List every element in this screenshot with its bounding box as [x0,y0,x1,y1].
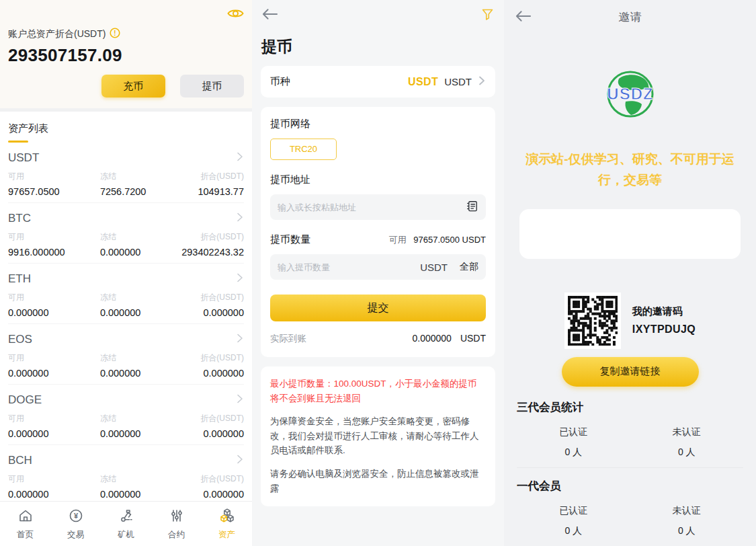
app-root: 账户总资产折合(USDT) ! 293507157.09 充币 提币 资产列表 … [0,0,756,546]
chevron-right-icon [478,75,486,89]
chevron-right-icon [236,212,244,225]
member-stats: 三代会员统计 已认证 0 人 未认证 0 人 一代会员 [517,400,743,546]
invite-code-label: 我的邀请码 [632,305,696,318]
converted-label: 折合(USDT) [169,413,244,424]
paste-icon[interactable] [466,200,478,215]
total-assets-label: 账户总资产折合(USDT) [8,28,106,40]
unverified-label: 未认证 [630,426,744,438]
frozen-value: 0.000000 [100,247,169,258]
stats-section-title: 一代会员 [517,479,743,494]
available-value: 9916.000000 [8,247,100,258]
svg-text:USDZ: USDZ [607,85,653,103]
svg-text:¥: ¥ [73,512,78,520]
available-value: 0.000000 [8,368,100,379]
invite-panel: 邀请 USDZ 演示站-仅供学习、研究、不可用于运行，交易等 我的邀请码 IXY… [504,0,756,546]
asset-row[interactable]: USDT 可用97657.0500 冻结7256.7200 折合(USDT)10… [8,143,244,203]
frozen-value: 7256.7200 [100,186,169,197]
asset-symbol: DOGE [8,393,42,407]
available-value: 0.000000 [8,489,100,500]
deposit-button[interactable]: 充币 [101,75,165,98]
asset-list-tab[interactable]: 资产列表 [8,112,48,143]
verified-label: 已认证 [517,505,630,517]
actual-amount-value: 0.000000 [412,333,451,344]
submit-button[interactable]: 提交 [270,295,486,321]
frozen-label: 冻结 [100,413,169,424]
copy-invite-link-button[interactable]: 复制邀请链接 [562,357,699,387]
address-input-box [270,194,486,220]
min-withdraw-warning: 最小提币数量：100.00USDT，小于最小金额的提币将不会到账且无法退回 [270,377,486,405]
unverified-count: 0 人 [630,525,744,537]
available-value: 0.000000 [8,428,100,439]
frozen-value: 0.000000 [100,307,169,318]
available-label: 可用 [8,413,100,424]
nav-item-trade[interactable]: ¥ 交易 [50,502,101,546]
frozen-value: 0.000000 [100,368,169,379]
nav-item-assets[interactable]: 资产 [202,502,252,546]
contract-icon [169,508,185,526]
unverified-label: 未认证 [630,505,744,517]
frozen-value: 0.000000 [100,489,169,500]
eye-icon[interactable] [227,7,244,22]
nav-item-contract[interactable]: 合约 [151,502,202,546]
security-note-1: 为保障资金安全，当您账户安全策略变更，密码修改，我们会对提币进行人工审核，请耐心… [270,414,486,458]
available-label: 可用 [8,292,100,303]
asset-row[interactable]: EOS 可用0.000000 冻结0.000000 折合(USDT)0.0000… [8,324,244,385]
invite-code-value: IXYTPDUJQ [632,323,696,336]
asset-row[interactable]: BTC 可用9916.000000 冻结0.000000 折合(USDT)293… [8,203,244,264]
network-label: 提币网络 [270,118,486,130]
frozen-label: 冻结 [100,171,169,182]
available-label: 可用 [8,352,100,364]
nav-item-home[interactable]: 首页 [0,502,50,546]
nav-label: 交易 [67,529,84,541]
asset-row[interactable]: DOGE 可用0.000000 冻结0.000000 折合(USDT)0.000… [8,385,244,445]
assets-panel: 账户总资产折合(USDT) ! 293507157.09 充币 提币 资产列表 … [0,0,252,546]
page-title: 邀请 [619,9,642,25]
page-title: 提币 [261,36,495,57]
nav-item-miner[interactable]: 矿机 [101,502,151,546]
security-note-2: 请务必确认电脑及浏览器安全，防止信息被篡改或泄露 [270,467,486,496]
assets-cubes-icon [219,508,235,526]
info-icon[interactable]: ! [110,28,120,40]
available-value: 0.000000 [8,307,100,318]
asset-row[interactable]: ETH 可用0.000000 冻结0.000000 折合(USDT)0.0000… [8,264,244,324]
miner-icon [118,508,134,526]
trade-icon: ¥ [68,508,84,526]
address-input[interactable] [278,202,466,212]
converted-label: 折合(USDT) [169,473,244,485]
available-value: 97657.0500 [8,186,100,197]
nav-label: 矿机 [118,529,134,541]
frozen-label: 冻结 [100,473,169,485]
coin-selector-row[interactable]: 币种 USDT USDT [261,66,495,98]
chevron-right-icon [236,393,244,407]
converted-value: 0.000000 [169,307,244,318]
amount-input-box: USDT 全部 [270,254,486,280]
asset-symbol: EOS [8,333,32,346]
network-option-trc20[interactable]: TRC20 [270,139,337,160]
available-label: 可用 [389,235,407,245]
back-arrow-icon[interactable] [261,7,278,24]
amount-unit: USDT [420,262,448,273]
back-arrow-icon[interactable] [515,9,532,26]
asset-list-title: 资产列表 [8,122,48,135]
svg-text:!: ! [114,30,116,37]
converted-label: 折合(USDT) [169,292,244,303]
nav-label: 合约 [168,529,185,541]
asset-row[interactable]: BCH 可用0.000000 冻结0.000000 折合(USDT)0.0000… [8,445,244,501]
available-label: 可用 [8,171,100,182]
withdraw-button[interactable]: 提币 [180,75,244,98]
invite-code-block: 我的邀请码 IXYTPDUJQ [632,305,696,336]
amount-all-button[interactable]: 全部 [460,261,478,273]
actual-amount-label: 实际到账 [270,333,306,345]
demo-warning-text: 演示站-仅供学习、研究、不可用于运行，交易等 [521,149,739,191]
verified-label: 已认证 [517,426,630,438]
nav-label: 资产 [218,529,235,541]
stats-section-gen1: 一代会员 已认证 0 人 未认证 0 人 [517,479,743,546]
asset-list-section: 资产列表 USDT 可用97657.0500 冻结7256.7200 折合(US… [0,112,252,501]
filter-icon[interactable] [480,7,495,24]
converted-value: 293402243.32 [169,247,244,258]
frozen-label: 冻结 [100,292,169,303]
converted-value: 0.000000 [169,428,244,439]
divider [517,467,743,468]
amount-input[interactable] [278,262,420,272]
total-assets-value: 293507157.09 [8,45,244,66]
